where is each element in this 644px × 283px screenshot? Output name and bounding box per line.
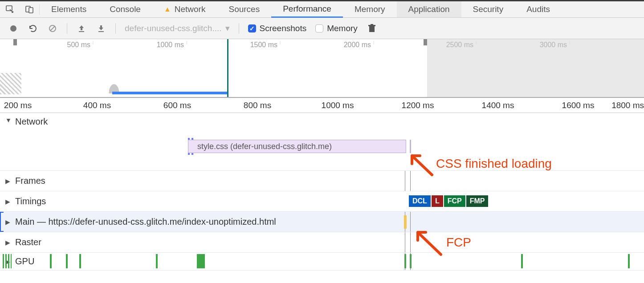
tab-audits[interactable]: Audits <box>515 1 562 17</box>
overview-activity <box>105 77 123 93</box>
inspect-icon[interactable] <box>0 1 20 17</box>
network-request-label: style.css (defer-unused-css.glitch.me) <box>197 142 332 151</box>
expand-icon[interactable]: ▶ <box>5 198 12 205</box>
svg-rect-7 <box>369 26 375 32</box>
screenshots-checkbox[interactable]: Screenshots <box>248 24 307 33</box>
svg-rect-9 <box>371 24 373 25</box>
gpu-tick <box>50 254 52 268</box>
expand-icon[interactable]: ▶ <box>5 218 12 226</box>
overview-network-bar <box>112 92 228 94</box>
expand-icon[interactable]: ▶ <box>5 239 12 246</box>
upload-icon[interactable] <box>76 24 87 32</box>
flamechart-rows: ▼ Network style.css (defer-unused-css.gl… <box>0 113 644 271</box>
tab-memory[interactable]: Memory <box>343 1 397 17</box>
lane-timings[interactable]: ▶ Timings DCL L FCP FMP <box>0 191 644 212</box>
lane-raster[interactable]: ▶ Raster <box>0 232 644 253</box>
main-task-block[interactable] <box>404 215 407 229</box>
devtools-tabbar: Elements Console ▲Network Sources Perfor… <box>0 0 644 18</box>
lane-label: Raster <box>15 237 41 247</box>
badge-fmp[interactable]: FMP <box>466 195 489 207</box>
gpu-block <box>197 254 205 268</box>
network-request-bar[interactable]: style.css (defer-unused-css.glitch.me) <box>188 140 406 153</box>
gpu-tick <box>79 254 81 268</box>
device-toggle-icon[interactable] <box>20 1 39 17</box>
chevron-down-icon: ▾ <box>225 23 230 33</box>
tab-sources[interactable]: Sources <box>217 1 271 17</box>
svg-rect-8 <box>368 25 375 26</box>
svg-rect-5 <box>79 31 84 32</box>
expand-icon[interactable]: ▶ <box>5 178 12 185</box>
tab-application[interactable]: Application <box>397 1 461 17</box>
lane-label: Frames <box>15 176 45 186</box>
gpu-activity <box>3 254 12 268</box>
trash-icon[interactable] <box>367 24 377 33</box>
overview-handle-right[interactable] <box>424 39 427 45</box>
overview-activity <box>0 73 21 94</box>
svg-rect-0 <box>6 6 12 11</box>
svg-rect-2 <box>29 8 33 13</box>
badge-dcl[interactable]: DCL <box>409 195 431 207</box>
lane-label: Timings <box>15 196 46 206</box>
gpu-tick <box>628 254 630 268</box>
svg-point-3 <box>10 25 16 32</box>
overview-handle-left[interactable] <box>13 39 17 45</box>
tab-network[interactable]: ▲Network <box>152 1 217 17</box>
download-icon[interactable] <box>96 24 106 32</box>
lane-label: GPU <box>15 256 34 267</box>
timing-badges: DCL L FCP FMP <box>409 195 488 207</box>
gpu-tick <box>156 254 158 268</box>
clear-icon[interactable] <box>47 24 58 33</box>
gpu-tick <box>521 254 523 268</box>
warning-icon: ▲ <box>164 5 171 13</box>
lane-main[interactable]: ▶ Main — https://defer-unused-css.glitch… <box>0 212 644 232</box>
profile-select[interactable]: defer-unused-css.glitch....▾ <box>125 23 230 33</box>
badge-fcp[interactable]: FCP <box>444 195 465 207</box>
tab-console[interactable]: Console <box>98 1 152 17</box>
svg-rect-6 <box>98 31 104 32</box>
selection-indicator <box>0 212 4 232</box>
tab-elements[interactable]: Elements <box>40 1 98 17</box>
request-end-marker <box>410 140 411 153</box>
tab-security[interactable]: Security <box>461 1 515 17</box>
overview-load-line <box>227 39 228 97</box>
tab-performance[interactable]: Performance <box>271 1 343 18</box>
lane-gpu[interactable]: ▶ GPU <box>0 253 644 271</box>
lane-frames[interactable]: ▶ Frames <box>0 171 644 191</box>
gpu-tick <box>66 254 68 268</box>
overview-timeline[interactable]: 500 ms 1000 ms 1500 ms 2000 ms 2500 ms 3… <box>0 39 644 98</box>
lane-label: Main — https://defer-unused-css.glitch.m… <box>15 217 276 227</box>
detail-ruler[interactable]: 200 ms 400 ms 600 ms 800 ms 1000 ms 1200… <box>0 98 644 113</box>
memory-checkbox[interactable]: Memory <box>315 24 358 33</box>
overview-ruler: 500 ms 1000 ms 1500 ms 2000 ms 2500 ms 3… <box>0 39 644 51</box>
record-icon[interactable] <box>8 24 19 32</box>
reload-icon[interactable] <box>28 24 38 33</box>
badge-load[interactable]: L <box>432 195 443 207</box>
lane-network[interactable]: ▼ Network style.css (defer-unused-css.gl… <box>0 113 644 171</box>
performance-toolbar: defer-unused-css.glitch....▾ Screenshots… <box>0 18 644 39</box>
